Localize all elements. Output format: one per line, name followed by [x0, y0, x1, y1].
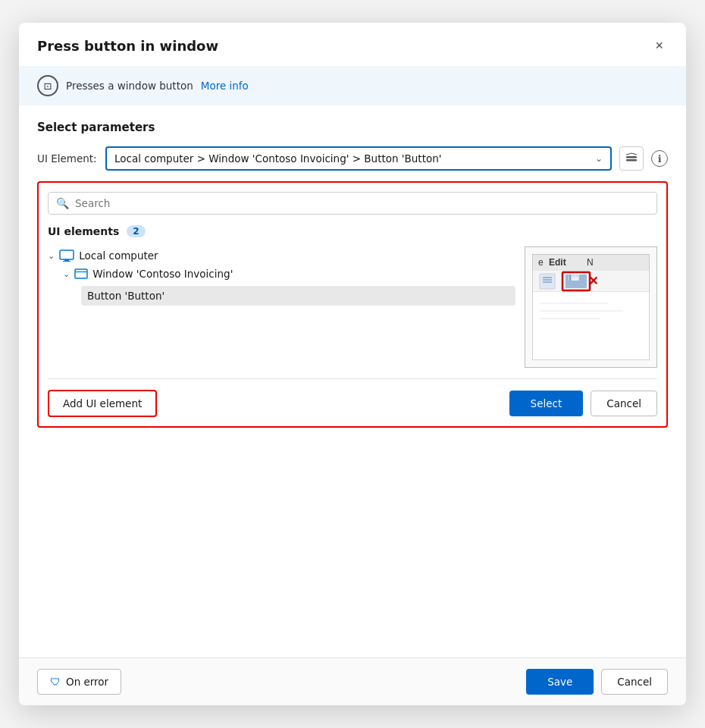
- ui-element-label: UI Element:: [37, 152, 98, 165]
- close-button[interactable]: ×: [650, 36, 668, 55]
- preview-svg: e Edit N: [532, 254, 650, 360]
- preview-thumbnail: e Edit N: [525, 246, 657, 368]
- cancel-dropdown-button[interactable]: Cancel: [591, 391, 657, 416]
- search-box: 🔍: [48, 192, 657, 215]
- dropdown-panel: 🔍 UI elements 2 ⌄: [37, 181, 668, 428]
- chevron-down-icon: ⌄: [595, 153, 603, 164]
- on-error-button[interactable]: 🛡 On error: [37, 669, 121, 695]
- save-button[interactable]: Save: [526, 669, 594, 695]
- dialog-footer: 🛡 On error Save Cancel: [19, 657, 686, 705]
- search-input[interactable]: [75, 197, 649, 209]
- svg-rect-22: [572, 277, 578, 281]
- svg-text:N: N: [587, 257, 594, 268]
- svg-rect-4: [63, 261, 70, 262]
- ui-elements-badge: 2: [127, 225, 145, 237]
- select-button[interactable]: Select: [509, 391, 584, 416]
- tree-item-local-computer[interactable]: ⌄ Local computer: [48, 246, 515, 265]
- svg-rect-1: [626, 159, 637, 162]
- dialog-header: Press button in window ×: [19, 23, 686, 66]
- monitor-icon: [59, 249, 74, 262]
- info-text: Presses a window button: [66, 80, 193, 92]
- tree-item-button[interactable]: Button 'Button': [48, 283, 515, 309]
- layers-button[interactable]: [619, 146, 644, 171]
- tree-list: ⌄ Local computer ⌄: [48, 246, 515, 368]
- svg-text:e: e: [538, 257, 544, 268]
- ui-element-field-row: UI Element: Local computer > Window 'Con…: [37, 146, 668, 171]
- tree-item-window-contoso[interactable]: ⌄ Window 'Contoso Invoicing': [48, 265, 515, 283]
- svg-text:✕: ✕: [588, 275, 598, 287]
- tree-content: ⌄ Local computer ⌄: [48, 246, 657, 368]
- ui-element-select[interactable]: Local computer > Window 'Contoso Invoici…: [105, 146, 612, 171]
- press-button-icon: ⊡: [37, 75, 58, 96]
- dialog: Press button in window × ⊡ Presses a win…: [19, 23, 686, 705]
- footer-right-buttons: Save Cancel: [526, 669, 668, 695]
- info-banner: ⊡ Presses a window button More info: [19, 66, 686, 105]
- svg-rect-2: [60, 250, 74, 259]
- on-error-label: On error: [66, 676, 108, 688]
- dropdown-action-buttons: Select Cancel: [509, 391, 657, 416]
- svg-rect-14: [540, 274, 555, 289]
- ui-element-value: Local computer > Window 'Contoso Invoici…: [114, 152, 595, 165]
- svg-rect-5: [75, 269, 87, 278]
- info-icon[interactable]: ℹ: [651, 150, 668, 167]
- svg-rect-3: [64, 259, 69, 261]
- svg-rect-21: [569, 275, 571, 281]
- window-contoso-label: Window 'Contoso Invoicing': [92, 268, 233, 280]
- button-item-label: Button 'Button': [81, 286, 515, 306]
- section-title: Select parameters: [37, 121, 668, 134]
- dialog-body: Select parameters UI Element: Local comp…: [19, 105, 686, 657]
- more-info-link[interactable]: More info: [201, 80, 249, 92]
- svg-rect-24: [532, 292, 650, 360]
- cancel-main-button[interactable]: Cancel: [601, 669, 668, 695]
- dialog-title: Press button in window: [37, 38, 218, 54]
- local-computer-label: Local computer: [79, 249, 158, 262]
- tree-section-header: UI elements 2: [48, 225, 657, 237]
- add-ui-element-button[interactable]: Add UI element: [48, 390, 157, 417]
- svg-text:Edit: Edit: [549, 257, 566, 268]
- tree-section-label: UI elements: [48, 225, 119, 237]
- chevron-icon: ⌄: [63, 269, 70, 279]
- shield-icon: 🛡: [50, 676, 61, 688]
- svg-rect-0: [626, 156, 637, 158]
- window-icon: [74, 268, 88, 279]
- dropdown-footer: Add UI element Select Cancel: [48, 378, 657, 417]
- search-icon: 🔍: [56, 197, 69, 209]
- chevron-icon: ⌄: [48, 251, 55, 261]
